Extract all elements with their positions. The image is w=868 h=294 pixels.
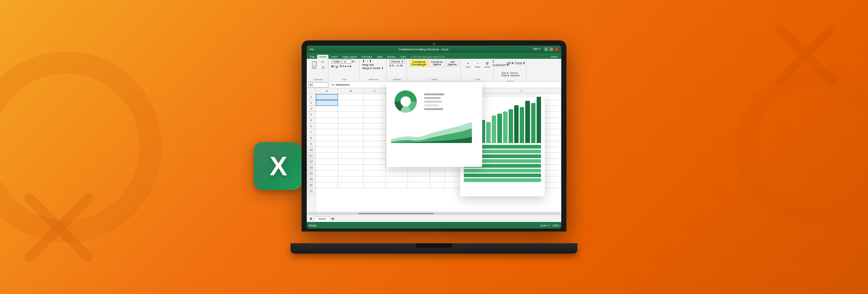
cell-c5[interactable] [364, 118, 386, 123]
find-select-button[interactable]: Find & Select▼ [511, 69, 520, 79]
laptop-body: File Conditional Formatting Workbook - E… [302, 40, 566, 232]
pie-chart [391, 87, 420, 116]
increase-decimal-button[interactable]: .00 [399, 64, 403, 67]
chart-card-main [387, 82, 482, 167]
ribbon-group-clipboard: 📋 Paste ✂ ⎘ [308, 60, 328, 80]
ribbon-group-font: Calibri 11 A↑ B I U ⊞ [330, 60, 359, 80]
status-count: Count: 4 [540, 224, 549, 227]
decrease-decimal-button[interactable]: .0 [396, 64, 398, 67]
fx-label: fx [332, 83, 334, 86]
fill-color-button[interactable]: A▼ [343, 65, 347, 68]
sheet-tabs: ⊕ Sheet1 ⊕ [307, 215, 561, 222]
tab-page-layout[interactable]: Page Layout [340, 55, 359, 59]
underline-button[interactable]: U [336, 65, 338, 68]
sort-filter-button[interactable]: Sort & Filter▼ [501, 69, 510, 79]
maximize-button[interactable]: □ [549, 47, 553, 51]
fill-button[interactable]: Fill▼ [506, 58, 515, 68]
bar-7 [497, 114, 502, 143]
wrap-text-button[interactable]: Wrap Text [362, 64, 374, 66]
excel-logo: X [254, 142, 302, 190]
tab-data[interactable]: Data [375, 55, 385, 59]
cell-b3[interactable] [338, 106, 364, 112]
area-chart [391, 119, 478, 144]
cell-a3[interactable] [316, 106, 338, 112]
cell-a2[interactable] [316, 100, 338, 106]
merge-center-button[interactable]: Merge & Center ▼ [362, 67, 384, 69]
font-size-dropdown[interactable]: 11 [342, 60, 351, 64]
tab-formulas[interactable]: Formulas [359, 55, 374, 59]
percent-button[interactable]: % [392, 64, 394, 67]
close-button[interactable]: ✕ [555, 47, 558, 51]
conditional-formatting-button[interactable]: ConditionalFormatting▼ [410, 60, 428, 67]
format-as-table-button[interactable]: Format asTable▼ [429, 60, 445, 67]
row-8: 8 [307, 135, 316, 141]
align-top-button[interactable]: ⬆ [362, 60, 365, 63]
horizontal-scrollbar[interactable] [307, 212, 561, 215]
font-color-button[interactable]: A▼ [348, 65, 352, 68]
cell-b2[interactable] [338, 100, 364, 106]
font-family-dropdown[interactable]: Calibri [331, 60, 342, 64]
title-bar-file[interactable]: File [310, 48, 314, 51]
bar-14 [537, 97, 541, 143]
delete-button[interactable]: − Delete [473, 60, 482, 70]
bold-button[interactable]: B [331, 65, 334, 68]
paste-button[interactable]: 📋 Paste [310, 60, 319, 70]
clear-button[interactable]: Clear▼ [516, 58, 524, 68]
ribbon-group-alignment: ⬆ ↔ ⬇ Wrap Text Merge & Center ▼ [361, 60, 387, 80]
minimize-button[interactable]: ─ [544, 47, 548, 51]
cell-c1[interactable] [364, 94, 386, 100]
scrollbar-thumb[interactable] [358, 213, 434, 214]
row-9: 9 [307, 141, 316, 147]
border-button[interactable]: ⊞ [340, 65, 342, 68]
copy-button[interactable]: ⎘ [319, 65, 327, 70]
tab-insert[interactable]: Insert [329, 55, 340, 59]
row-headers: 1 2 3 4 5 6 7 8 9 10 [307, 94, 316, 212]
cell-c2[interactable] [364, 100, 386, 106]
cell-a4[interactable] [316, 112, 338, 118]
name-box[interactable] [308, 82, 328, 87]
currency-button[interactable]: $ [389, 64, 391, 67]
tab-home[interactable]: Home [317, 55, 328, 59]
cell-b4[interactable] [338, 112, 364, 118]
align-middle-button[interactable]: ↔ [366, 60, 369, 63]
pie-chart-section [391, 87, 478, 116]
sheet-tab-add[interactable]: ⊕ [330, 217, 335, 220]
sign-in-button[interactable]: Sign in [533, 47, 541, 51]
tab-share[interactable]: Share [548, 55, 560, 59]
add-sheet-button[interactable]: ⊕ [308, 217, 314, 220]
scrollbar-track[interactable] [307, 213, 561, 214]
format-button[interactable]: ⚙ Format [483, 60, 492, 70]
insert-button[interactable]: + Insert [464, 60, 473, 70]
tab-tell-me[interactable]: ♦ Tell me what you want to do [409, 55, 447, 59]
cell-a5[interactable] [316, 118, 338, 123]
italic-button[interactable]: I [334, 65, 335, 68]
tab-view[interactable]: View [398, 55, 408, 59]
bar-5 [486, 122, 491, 143]
cells-label: Cells [475, 78, 480, 80]
number-format-dropdown[interactable]: General▼ [389, 60, 405, 64]
bar-12 [525, 101, 530, 143]
increase-font-button[interactable]: A↑ [352, 60, 355, 63]
title-bar-controls: Sign in ─ □ ✕ [533, 47, 558, 51]
tab-file[interactable]: File [308, 55, 317, 59]
row-5: 5 [307, 118, 316, 123]
cell-c4[interactable] [364, 112, 386, 118]
styles-label: Styles [431, 78, 437, 80]
cell-a1[interactable] [316, 94, 338, 100]
sheet-tab-1[interactable]: Sheet1 [315, 216, 330, 221]
striped-row-7 [464, 173, 541, 177]
align-bottom-button[interactable]: ⬇ [369, 60, 372, 63]
comma-button[interactable]: , [395, 64, 395, 67]
row-7: 7 [307, 129, 316, 135]
ribbon-group-editing: Σ AutoSum▼ Fill▼ Clear▼ Sort & Fi [495, 60, 526, 80]
cut-button[interactable]: ✂ [319, 60, 327, 65]
row-14: 14 [307, 171, 316, 176]
autosum-button[interactable]: Σ AutoSum▼ [497, 58, 505, 68]
cell-b5[interactable] [338, 118, 364, 123]
clipboard-label: Clipboard [313, 78, 323, 80]
cell-c3[interactable] [364, 106, 386, 112]
corner-cell [307, 88, 316, 94]
cell-styles-button[interactable]: CellStyles▼ [446, 60, 459, 67]
tab-review[interactable]: Review [385, 55, 398, 59]
cell-b1[interactable] [338, 94, 364, 100]
